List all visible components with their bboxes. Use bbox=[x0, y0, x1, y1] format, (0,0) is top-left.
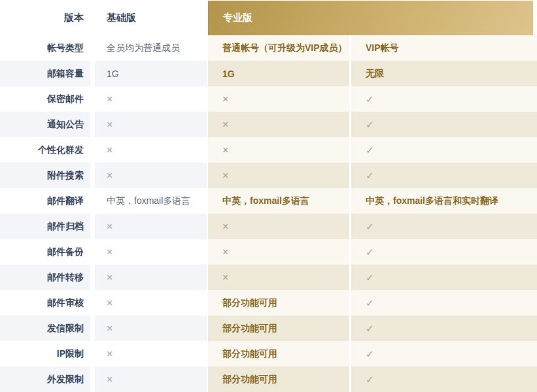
feature-label: 附件搜索 bbox=[0, 163, 90, 188]
check-icon: ✓ bbox=[351, 265, 537, 290]
table-row: 通知公告 × × ✓ bbox=[0, 112, 537, 137]
table-row: 邮件转移 × × ✓ bbox=[0, 265, 537, 290]
cross-icon: × bbox=[95, 214, 207, 239]
cross-icon: × bbox=[95, 86, 207, 112]
check-icon: ✓ bbox=[351, 341, 537, 367]
basic-value: 全员均为普通成员 bbox=[95, 35, 207, 61]
table-row: 邮件归档 × × ✓ bbox=[0, 214, 537, 239]
column-header-version: 版本 bbox=[0, 0, 90, 35]
table-row: 发信限制 × 部分功能可用 ✓ bbox=[0, 316, 537, 341]
cross-icon: × bbox=[95, 239, 207, 265]
check-icon: ✓ bbox=[351, 367, 537, 392]
feature-label: 邮箱容量 bbox=[0, 61, 90, 86]
pro-normal-value: 部分功能可用 bbox=[208, 290, 349, 316]
basic-value: 1G bbox=[95, 61, 207, 86]
basic-value: 中英，foxmail多语言 bbox=[95, 188, 207, 214]
feature-label: 发信限制 bbox=[0, 316, 90, 341]
check-icon: ✓ bbox=[351, 316, 537, 341]
pro-normal-value: 中英，foxmail多语言 bbox=[208, 188, 349, 214]
table-row: 邮件备份 × × ✓ bbox=[0, 239, 537, 265]
cross-icon: × bbox=[95, 316, 207, 341]
table-row: 外发限制 × 部分功能可用 ✓ bbox=[0, 367, 537, 392]
feature-label: 邮件转移 bbox=[0, 265, 90, 290]
pro-normal-value: 1G bbox=[208, 61, 349, 86]
pricing-comparison-table: 版本 基础版 专业版 帐号类型 全员均为普通成员 普通帐号（可升级为VIP成员）… bbox=[0, 0, 537, 392]
cross-icon: × bbox=[95, 290, 207, 316]
pro-normal-value: 普通帐号（可升级为VIP成员） bbox=[208, 35, 349, 61]
cross-icon: × bbox=[95, 341, 207, 367]
table-header-row: 版本 基础版 专业版 bbox=[0, 0, 537, 35]
check-icon: ✓ bbox=[351, 86, 537, 112]
feature-label: 邮件翻译 bbox=[0, 188, 90, 214]
cross-icon: × bbox=[208, 265, 349, 290]
table-row: 邮件翻译 中英，foxmail多语言 中英，foxmail多语言 中英，foxm… bbox=[0, 188, 537, 214]
pro-normal-value: 部分功能可用 bbox=[208, 316, 349, 341]
table-row: 帐号类型 全员均为普通成员 普通帐号（可升级为VIP成员） VIP帐号 bbox=[0, 35, 537, 61]
pro-vip-value: 中英，foxmail多语言和实时翻译 bbox=[351, 188, 537, 214]
column-header-basic-edition: 基础版 bbox=[95, 0, 207, 35]
feature-label: 个性化群发 bbox=[0, 137, 90, 163]
check-icon: ✓ bbox=[351, 239, 537, 265]
feature-label: 通知公告 bbox=[0, 112, 90, 137]
table-row: IP限制 × 部分功能可用 ✓ bbox=[0, 341, 537, 367]
table-row: 附件搜索 × × ✓ bbox=[0, 163, 537, 188]
column-header-pro-edition: 专业版 bbox=[208, 1, 533, 35]
cross-icon: × bbox=[208, 86, 349, 112]
pro-normal-value: 部分功能可用 bbox=[208, 341, 349, 367]
pro-normal-value: 部分功能可用 bbox=[208, 367, 349, 392]
cross-icon: × bbox=[95, 163, 207, 188]
feature-label: 邮件备份 bbox=[0, 239, 90, 265]
check-icon: ✓ bbox=[351, 137, 537, 163]
cross-icon: × bbox=[95, 112, 207, 137]
table-row: 保密邮件 × × ✓ bbox=[0, 86, 537, 112]
table-row: 邮件审核 × 部分功能可用 ✓ bbox=[0, 290, 537, 316]
cross-icon: × bbox=[208, 214, 349, 239]
check-icon: ✓ bbox=[351, 290, 537, 316]
feature-label: 邮件审核 bbox=[0, 290, 90, 316]
feature-label: 保密邮件 bbox=[0, 86, 90, 112]
check-icon: ✓ bbox=[351, 163, 537, 188]
cross-icon: × bbox=[208, 163, 349, 188]
feature-label: 邮件归档 bbox=[0, 214, 90, 239]
cross-icon: × bbox=[208, 137, 349, 163]
table-row: 个性化群发 × × ✓ bbox=[0, 137, 537, 163]
cross-icon: × bbox=[95, 137, 207, 163]
table-row: 邮箱容量 1G 1G 无限 bbox=[0, 61, 537, 86]
feature-label: 帐号类型 bbox=[0, 35, 90, 61]
cross-icon: × bbox=[95, 367, 207, 392]
feature-label: IP限制 bbox=[0, 341, 90, 367]
pro-vip-value: VIP帐号 bbox=[351, 35, 537, 61]
cross-icon: × bbox=[208, 239, 349, 265]
cross-icon: × bbox=[208, 112, 349, 137]
check-icon: ✓ bbox=[351, 112, 537, 137]
feature-label: 外发限制 bbox=[0, 367, 90, 392]
cross-icon: × bbox=[95, 265, 207, 290]
pro-vip-value: 无限 bbox=[351, 61, 537, 86]
check-icon: ✓ bbox=[351, 214, 537, 239]
